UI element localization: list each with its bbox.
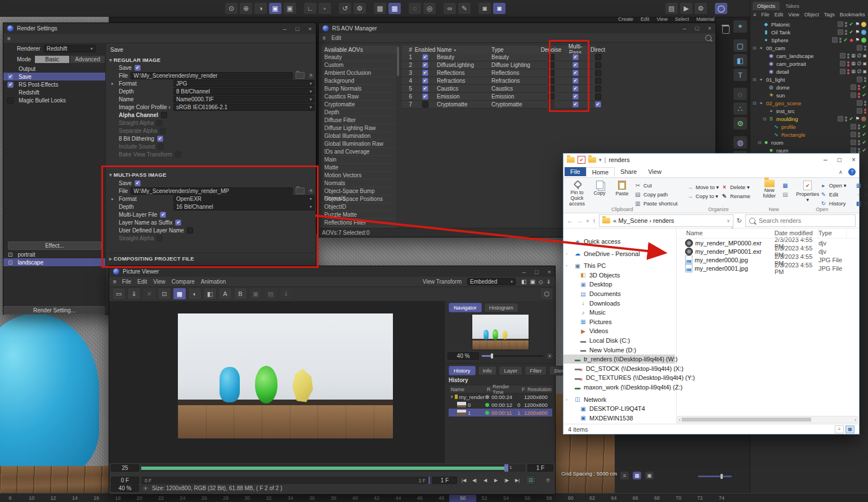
scroll-right-icon[interactable]: › xyxy=(853,417,857,423)
ribbon-button-invert-selection[interactable]: ◧Invert selection xyxy=(856,199,868,208)
object-row[interactable]: ◉cam_landscape⊞∅◙ xyxy=(750,52,868,60)
multi-pass-header[interactable]: ▾ MULTI-PASS IMAGE xyxy=(109,172,166,178)
sidebar-item-this-pc[interactable]: ›▣This PC xyxy=(563,261,675,270)
browse-folder-icon[interactable] xyxy=(296,72,305,79)
file-options-icon[interactable]: ▾ xyxy=(307,187,315,195)
multipass-checkbox[interactable] xyxy=(572,54,579,60)
maximize-icon[interactable]: □ xyxy=(838,156,842,164)
expander-icon[interactable]: ⊟ xyxy=(753,77,758,82)
menu-view[interactable]: View xyxy=(153,279,165,285)
enabled-checkbox[interactable] xyxy=(422,101,428,107)
sidebar-item-onedrive-personal[interactable]: ›☁OneDrive - Personal xyxy=(563,249,675,258)
material-icon-view-icon[interactable]: ▣ xyxy=(645,472,654,479)
menu-tags[interactable]: Tags xyxy=(824,12,835,17)
aov-row-reflections[interactable]: 3ReflectionsReflections xyxy=(402,69,596,77)
flag-tag-icon[interactable]: ⚑ xyxy=(855,21,860,27)
simulate-icon[interactable]: ▣ xyxy=(269,3,281,14)
maximize-icon[interactable]: □ xyxy=(695,25,699,32)
visibility-dots-icon[interactable] xyxy=(858,124,860,129)
denoise-checkbox[interactable] xyxy=(548,70,554,76)
denoise-checkbox[interactable] xyxy=(548,62,554,68)
pan-hand-icon[interactable]: ◇ xyxy=(539,279,543,285)
menu-animation[interactable]: Animation xyxy=(201,279,226,285)
layer-chip-icon[interactable] xyxy=(838,21,843,27)
enabled-checkbox[interactable] xyxy=(422,86,428,92)
sidebar-item-desktop-li9q4t4[interactable]: ▣DESKTOP-LI9Q4T4 xyxy=(563,404,675,413)
sidebar-item-videos[interactable]: ▶Videos xyxy=(563,326,675,335)
sidebar-item-quick-access[interactable]: ›★Quick access xyxy=(563,237,675,246)
menu-object[interactable]: Object xyxy=(804,12,819,17)
render-settings-titlebar[interactable]: Render Settings –□× xyxy=(3,23,316,34)
pv-canvas[interactable] xyxy=(109,301,444,463)
checkbox[interactable] xyxy=(7,82,14,88)
available-aov-global-illumination-raw[interactable]: Global Illumination Raw xyxy=(321,140,396,148)
visibility-dots-icon[interactable] xyxy=(845,30,847,35)
ribbon-button-open[interactable]: ▸Open ▾ xyxy=(820,181,847,190)
sidebar-item-network[interactable]: ›◫Network xyxy=(563,395,675,404)
visibility-dots-icon[interactable] xyxy=(858,132,860,137)
checkbox[interactable] xyxy=(156,235,163,241)
checkbox[interactable] xyxy=(7,97,14,104)
minimize-icon[interactable]: – xyxy=(683,25,686,32)
history-row[interactable]: 100:00:1111200x800 xyxy=(449,409,552,416)
direct-checkbox[interactable] xyxy=(595,62,601,68)
multipass-checkbox[interactable] xyxy=(572,86,579,92)
layer-chip-icon[interactable] xyxy=(838,29,843,35)
available-aov-ids-and-coverage[interactable]: IDs and Coverage xyxy=(321,148,396,156)
sidebar-item-pictures[interactable]: ▦Pictures xyxy=(563,317,675,326)
camera-tag-icon[interactable]: ◙ xyxy=(863,61,866,66)
mode-advanced[interactable]: Advanced xyxy=(70,55,105,64)
transport-button[interactable]: ▶ xyxy=(491,474,500,486)
sidebar-item-desktop[interactable]: ▣Desktop xyxy=(563,280,675,289)
expander-icon[interactable]: ⊟ xyxy=(763,116,768,122)
close-icon[interactable]: × xyxy=(308,25,312,32)
trash-icon[interactable] xyxy=(722,26,730,34)
csr-icon[interactable]: ◯ xyxy=(715,3,727,14)
aov-list-scrollbar[interactable] xyxy=(397,47,399,76)
available-aov-caustics-raw[interactable]: Caustics Raw xyxy=(321,93,396,101)
ribbon-button-paste[interactable]: Paste xyxy=(612,179,632,196)
file-row[interactable]: my_render0000.jpg2/3/2023 4:55 PMJPG Fil… xyxy=(676,256,859,264)
menu-material[interactable]: Material xyxy=(696,16,714,22)
sidebar-item-new-volume-d-[interactable]: ▬New Volume (D:) xyxy=(563,346,675,355)
tab-home[interactable]: Home xyxy=(586,167,615,177)
history-col-name[interactable]: Name xyxy=(449,387,485,392)
ribbon-button-rename[interactable]: ✎Rename xyxy=(721,191,750,200)
menu-file[interactable]: File xyxy=(761,12,769,17)
column-header-denoise[interactable]: Denoise xyxy=(540,47,562,53)
sidebar-item-output[interactable]: Output xyxy=(3,65,105,73)
param-dropdown[interactable]: 16 Bit/Channel▾ xyxy=(173,203,315,210)
file-row[interactable]: my_render_MP0000.exr2/3/2023 4:55 PMdjv xyxy=(676,239,859,247)
history-col-resolution[interactable]: Resolution xyxy=(526,387,553,392)
tab-info[interactable]: Info xyxy=(478,366,497,375)
available-aov-bump-normals[interactable]: Bump Normals xyxy=(321,85,396,93)
object-row[interactable]: ☀sun✔ xyxy=(750,91,868,99)
direct-checkbox[interactable] xyxy=(595,54,601,60)
checkbox[interactable] xyxy=(175,219,181,226)
horizontal-scrollbar[interactable]: ‹ › xyxy=(677,416,858,423)
layer-chip-icon[interactable] xyxy=(851,140,856,145)
minimize-icon[interactable]: – xyxy=(522,268,526,275)
checkbox[interactable] xyxy=(157,136,163,142)
multipass-checkbox[interactable] xyxy=(572,70,579,76)
ribbon-button-new-folder[interactable]: New folder xyxy=(759,179,780,199)
material-ball-icon[interactable] xyxy=(861,22,866,27)
pv-timeline[interactable]: 1 xyxy=(141,464,525,472)
aov-titlebar[interactable]: RS AOV Manager –□× xyxy=(319,23,715,34)
camera-tag-icon[interactable]: ◙ xyxy=(863,53,866,59)
contrast-icon[interactable]: ◧ xyxy=(521,279,526,285)
column-header-type[interactable]: Type xyxy=(491,47,540,53)
visibility-dots-icon[interactable] xyxy=(864,109,866,114)
visibility-dots-icon[interactable] xyxy=(858,148,860,153)
cluster-generator-icon[interactable]: ∴ xyxy=(733,102,747,115)
available-aov-beauty[interactable]: Beauty xyxy=(321,53,396,61)
axis-workplane-icon[interactable]: ⌖ xyxy=(733,20,747,33)
available-aov-matte[interactable]: Matte xyxy=(321,164,396,172)
column-header-enabled[interactable]: Enabled xyxy=(414,47,436,53)
back-icon[interactable]: ← xyxy=(567,217,573,224)
download-icon[interactable]: ⇓ xyxy=(547,279,551,285)
layer-chip-icon[interactable] xyxy=(832,37,838,43)
render-target-button[interactable]: ⊡ xyxy=(158,288,171,300)
visibility-dots-icon[interactable] xyxy=(845,116,847,122)
layer-chip-icon[interactable] xyxy=(857,100,862,106)
